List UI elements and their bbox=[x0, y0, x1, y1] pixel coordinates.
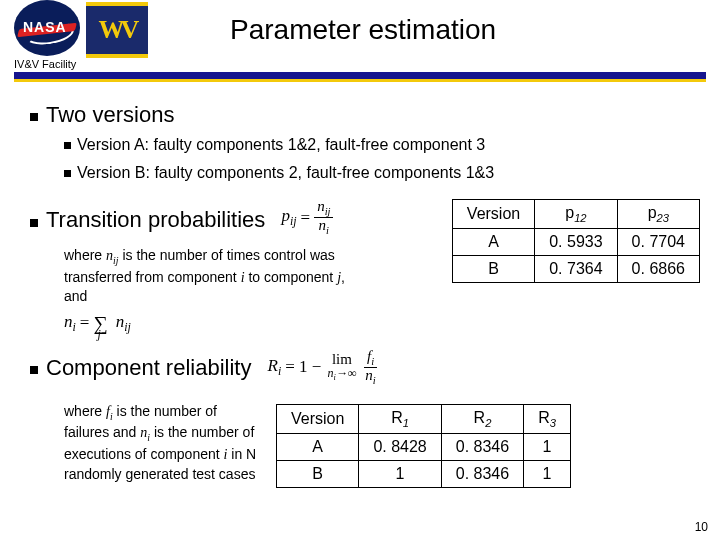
col-r1: R1 bbox=[359, 404, 441, 433]
table-row: B 0. 7364 0. 6866 bbox=[452, 256, 699, 283]
reliability-table: Version R1 R2 R3 A 0. 8428 0. 8346 1 B 1… bbox=[276, 404, 571, 488]
two-versions-text: Two versions bbox=[46, 102, 174, 127]
page-number: 10 bbox=[695, 520, 708, 534]
col-r2: R2 bbox=[441, 404, 523, 433]
version-b-bullet: Version B: faulty components 2, fault-fr… bbox=[64, 162, 700, 184]
slide-title: Parameter estimation bbox=[230, 14, 496, 46]
nasa-logo-text: NASA bbox=[23, 19, 67, 35]
divider-blue bbox=[14, 72, 706, 79]
two-versions-heading: Two versions bbox=[30, 102, 700, 128]
facility-label: IV&V Facility bbox=[14, 58, 76, 70]
nasa-logo-icon: NASA bbox=[14, 0, 80, 56]
sum-formula: ni = ∑ j nij bbox=[64, 309, 131, 337]
transition-where-text: where nij is the number of times control… bbox=[64, 246, 354, 337]
bullet-icon bbox=[64, 170, 71, 177]
table-row: A 0. 8428 0. 8346 1 bbox=[277, 434, 571, 461]
col-r3: R3 bbox=[524, 404, 571, 433]
col-p12: p12 bbox=[535, 200, 617, 229]
bullet-icon bbox=[30, 113, 38, 121]
col-p23: p23 bbox=[617, 200, 699, 229]
reliability-where-text: where fi is the number of failures and n… bbox=[64, 402, 260, 484]
table-row: A 0. 5933 0. 7704 bbox=[452, 229, 699, 256]
col-version: Version bbox=[277, 404, 359, 433]
transition-heading: Transition probabilities pij = nij ni bbox=[30, 203, 424, 240]
col-version: Version bbox=[452, 200, 534, 229]
divider-yellow bbox=[14, 79, 706, 82]
wv-logo-icon: WV bbox=[86, 2, 148, 58]
reliability-heading: Component reliability Ri = 1 − lim ni→∞ … bbox=[30, 351, 700, 388]
table-row: B 1 0. 8346 1 bbox=[277, 461, 571, 488]
table-header-row: Version p12 p23 bbox=[452, 200, 699, 229]
version-a-bullet: Version A: faulty components 1&2, fault-… bbox=[64, 134, 700, 156]
slide-content: Two versions Version A: faulty component… bbox=[0, 82, 720, 488]
bullet-icon bbox=[30, 366, 38, 374]
transition-formula: pij = nij ni bbox=[281, 199, 333, 236]
bullet-icon bbox=[64, 142, 71, 149]
transition-table: Version p12 p23 A 0. 5933 0. 7704 B 0. 7… bbox=[452, 199, 700, 283]
reliability-formula: Ri = 1 − lim ni→∞ fi ni bbox=[268, 349, 379, 386]
logo-group: NASA WV bbox=[14, 0, 148, 56]
bullet-icon bbox=[30, 219, 38, 227]
slide-header: NASA WV IV&V Facility Parameter estimati… bbox=[0, 0, 720, 82]
table-header-row: Version R1 R2 R3 bbox=[277, 404, 571, 433]
